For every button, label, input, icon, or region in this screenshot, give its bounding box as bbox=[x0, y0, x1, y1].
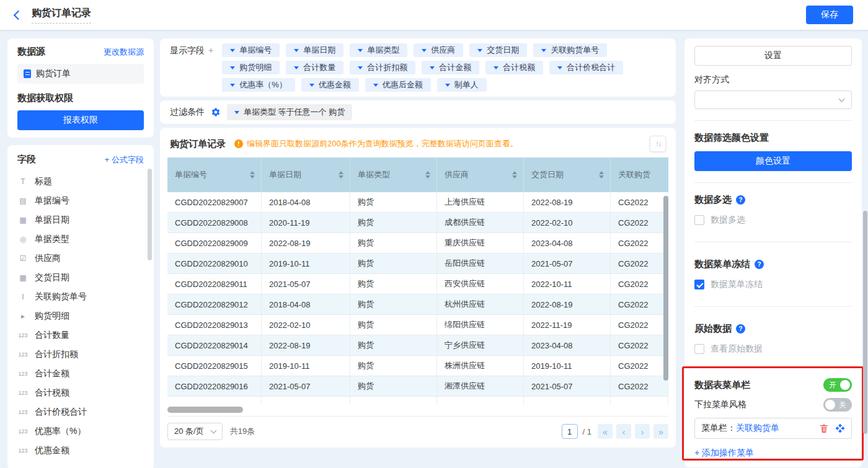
next-page-button[interactable] bbox=[635, 424, 650, 439]
chip-label: 合计数量 bbox=[303, 62, 335, 73]
table-row[interactable]: CGDD202208290082020-11-19购货成都供应链2022-02-… bbox=[167, 213, 668, 233]
field-item[interactable]: 123优惠率（%） bbox=[17, 422, 154, 441]
table-horizontal-scrollbar-thumb[interactable] bbox=[167, 407, 243, 413]
menu-bar-item-link[interactable]: 关联购货单 bbox=[736, 423, 779, 434]
change-datasource-link[interactable]: 更改数据源 bbox=[104, 46, 144, 58]
table-row[interactable]: CGDD202208290142022-08-19购货宁乡供应链2023-04-… bbox=[167, 335, 668, 356]
color-settings-button[interactable]: 颜色设置 bbox=[694, 151, 852, 171]
column-header[interactable]: 单据日期 bbox=[262, 157, 350, 192]
table-row[interactable]: CGDD202208290152019-10-11购货株洲供应链2019-10-… bbox=[167, 356, 668, 376]
help-icon[interactable]: ? bbox=[755, 260, 764, 269]
sort-arrows-icon[interactable] bbox=[512, 171, 517, 179]
window-scrollbar-thumb[interactable] bbox=[863, 211, 867, 434]
table-row[interactable]: CGDD202208290132022-02-10购货绵阳供应链2022-11-… bbox=[167, 315, 668, 335]
filter-condition-tag[interactable]: 单据类型 等于任意一个 购货 bbox=[227, 104, 352, 120]
filter-settings-gear-icon[interactable] bbox=[211, 107, 221, 117]
help-icon[interactable]: ? bbox=[736, 324, 745, 333]
table-vertical-scrollbar-thumb[interactable] bbox=[663, 196, 668, 381]
multi-select-checkbox[interactable] bbox=[694, 215, 704, 225]
display-field-chip[interactable]: 交货日期 bbox=[469, 43, 527, 57]
pagination-bar: 20 条/页 共19条 1 / 1 bbox=[167, 416, 668, 440]
table-cell: 购货 bbox=[350, 376, 437, 397]
previous-page-button[interactable] bbox=[616, 424, 631, 439]
dropdown-style-toggle[interactable]: 关 bbox=[823, 398, 852, 412]
table-row[interactable]: CGDD202208290122018-04-08购货杭州供应链2022-08-… bbox=[167, 294, 668, 315]
field-item[interactable]: ▦单据日期 bbox=[17, 210, 154, 229]
table-cell: CGDD20220829010 bbox=[167, 254, 262, 274]
raw-data-checkbox[interactable] bbox=[694, 344, 704, 354]
display-field-chip[interactable]: 合计价税合计 bbox=[549, 61, 623, 74]
table-cell: 2019-10-11 bbox=[262, 356, 350, 376]
back-icon[interactable] bbox=[14, 10, 24, 20]
display-field-chip[interactable]: 单据类型 bbox=[350, 43, 407, 57]
help-icon[interactable]: ? bbox=[736, 195, 745, 205]
field-item[interactable]: ◎单据类型 bbox=[17, 229, 154, 249]
table-row[interactable]: CGDD202208290072018-04-08购货上海供应链2022-08-… bbox=[167, 192, 668, 213]
field-item[interactable]: 123合计金额 bbox=[17, 364, 154, 383]
display-field-chip[interactable]: 优惠金额 bbox=[301, 78, 359, 92]
form-file-icon bbox=[24, 69, 31, 78]
add-action-menu-link[interactable]: + 添加操作菜单 bbox=[694, 448, 754, 459]
field-item[interactable]: ▦交货日期 bbox=[17, 268, 154, 287]
table-cell: 2021-05-07 bbox=[524, 376, 611, 397]
report-permission-button[interactable]: 报表权限 bbox=[17, 110, 144, 130]
field-item[interactable]: 123合计税额 bbox=[17, 383, 154, 402]
menu-freeze-checkbox[interactable] bbox=[694, 280, 704, 289]
column-header[interactable]: 单据编号 bbox=[167, 157, 262, 192]
menu-bar-toggle[interactable]: 开 bbox=[823, 378, 852, 392]
display-field-chip[interactable]: 合计折扣额 bbox=[350, 61, 415, 74]
datasource-item[interactable]: 购货订单 bbox=[17, 64, 144, 84]
sort-arrows-icon[interactable] bbox=[250, 171, 255, 179]
display-field-chip[interactable]: 优惠率（%） bbox=[222, 78, 295, 92]
table-row[interactable]: CGDD202208290162021-05-07购货湘潭供应链2021-05-… bbox=[167, 376, 668, 397]
align-select[interactable] bbox=[694, 91, 852, 109]
last-page-button[interactable] bbox=[653, 424, 668, 439]
add-formula-field-link[interactable]: + 公式字段 bbox=[105, 154, 144, 166]
sort-arrows-icon[interactable] bbox=[599, 171, 604, 179]
field-item[interactable]: ☑供应商 bbox=[17, 249, 154, 268]
first-page-button[interactable] bbox=[598, 424, 613, 439]
sort-arrows-icon[interactable] bbox=[339, 171, 343, 179]
display-field-chip[interactable]: 优惠后金额 bbox=[365, 78, 431, 92]
table-row[interactable]: CGDD202208290112021-05-07购货西安供应链2022-10-… bbox=[167, 274, 668, 294]
table-cell: CG2022 bbox=[611, 233, 668, 254]
display-field-chip[interactable]: 合计金额 bbox=[422, 61, 479, 74]
display-field-chip[interactable]: 制单人 bbox=[437, 78, 487, 92]
delete-menu-icon[interactable] bbox=[819, 423, 829, 433]
field-item[interactable]: I关联购货单号 bbox=[17, 287, 154, 306]
field-item[interactable]: 123合计数量 bbox=[17, 325, 154, 345]
add-display-field-button[interactable]: + bbox=[208, 45, 213, 55]
sort-arrows-icon[interactable] bbox=[425, 171, 430, 179]
column-header[interactable]: 单据类型 bbox=[350, 157, 437, 192]
save-button[interactable]: 保存 bbox=[806, 6, 853, 24]
table-cell: 2021-05-07 bbox=[262, 274, 350, 294]
fields-scrollbar-thumb[interactable] bbox=[148, 169, 152, 260]
column-header[interactable]: 交货日期 bbox=[524, 157, 611, 192]
display-field-chip[interactable]: 购货明细 bbox=[222, 61, 280, 74]
number-icon: 123 bbox=[17, 448, 29, 454]
display-field-chip[interactable]: 单据编号 bbox=[222, 43, 280, 57]
table-row[interactable]: CGDD202208290092022-08-19购货重庆供应链2023-04-… bbox=[167, 233, 668, 254]
table-sort-icon[interactable] bbox=[650, 136, 666, 152]
display-field-chip[interactable]: 关联购货单号 bbox=[533, 43, 607, 57]
display-field-chip[interactable]: 合计税额 bbox=[485, 61, 543, 74]
table-row[interactable]: CGDD202208290102019-10-11购货岳阳供应链2021-05-… bbox=[167, 254, 668, 274]
page-size-select[interactable]: 20 条/页 bbox=[167, 423, 223, 440]
field-item[interactable]: ▤单据编号 bbox=[17, 191, 154, 210]
chip-label: 单据编号 bbox=[239, 45, 272, 56]
display-field-chip[interactable]: 单据日期 bbox=[286, 43, 343, 57]
field-item[interactable]: ▸购货明细 bbox=[17, 306, 154, 325]
page-number-input[interactable]: 1 bbox=[562, 424, 578, 439]
move-menu-icon[interactable] bbox=[835, 423, 845, 433]
settings-button[interactable]: 设置 bbox=[694, 46, 852, 66]
number-icon: 123 bbox=[17, 409, 29, 415]
display-field-chip[interactable]: 合计数量 bbox=[286, 61, 343, 74]
column-header[interactable]: 关联购货 bbox=[611, 157, 668, 192]
field-item[interactable]: T标题 bbox=[17, 172, 154, 191]
column-header[interactable]: 供应商 bbox=[437, 157, 524, 192]
field-item[interactable]: 123合计折扣额 bbox=[17, 345, 154, 364]
column-header-label: 单据日期 bbox=[269, 169, 301, 180]
display-field-chip[interactable]: 供应商 bbox=[414, 43, 463, 57]
field-item[interactable]: 123优惠金额 bbox=[17, 441, 154, 460]
field-item[interactable]: 123合计价税合计 bbox=[17, 402, 154, 422]
